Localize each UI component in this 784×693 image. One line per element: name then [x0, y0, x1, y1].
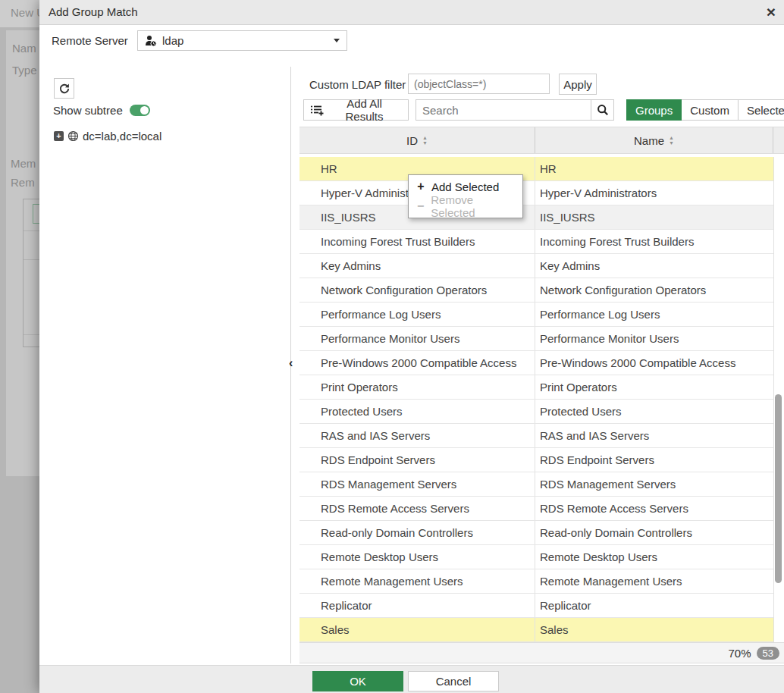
- tab-custom[interactable]: Custom: [682, 99, 739, 121]
- tab-groups[interactable]: Groups: [626, 99, 682, 121]
- cell-name: Key Admins: [535, 254, 773, 278]
- toggle-knob: [140, 106, 149, 114]
- table-row[interactable]: Performance Monitor UsersPerformance Mon…: [299, 327, 773, 351]
- table-footer: 70% 53: [299, 642, 784, 663]
- scrollbar-thumb[interactable]: [775, 394, 782, 583]
- table-row[interactable]: Remote Desktop UsersRemote Desktop Users: [299, 545, 773, 569]
- table-row[interactable]: SalesSales: [299, 618, 773, 642]
- show-subtree-label: Show subtree: [53, 104, 123, 117]
- table-row[interactable]: Print OperatorsPrint Operators: [299, 375, 773, 400]
- dialog-titlebar: Add Group Match ×: [39, 0, 784, 25]
- cell-id: Read-only Domain Controllers: [299, 521, 535, 544]
- sort-icon: ▲▼: [422, 136, 428, 145]
- table-row[interactable]: Protected UsersProtected Users: [299, 400, 773, 424]
- cell-name: Hyper-V Administrators: [535, 181, 773, 205]
- cell-name: Incoming Forest Trust Builders: [535, 230, 773, 253]
- ldap-filter-input[interactable]: [408, 74, 550, 94]
- add-group-match-dialog: Add Group Match × Remote Server ldap Sho…: [39, 0, 784, 693]
- tree-node-label: dc=lab,dc=local: [83, 130, 162, 143]
- search-group: [416, 99, 614, 121]
- show-subtree-row: Show subtree: [53, 104, 150, 117]
- refresh-button[interactable]: [54, 78, 74, 99]
- table-row[interactable]: IIS_IUSRSIIS_IUSRS: [299, 205, 773, 230]
- table-row[interactable]: RDS Management ServersRDS Management Ser…: [299, 472, 773, 497]
- cell-id: Replicator: [299, 594, 535, 617]
- globe-icon: [67, 130, 79, 142]
- table-row[interactable]: Remote Management UsersRemote Management…: [299, 569, 773, 594]
- column-header-id[interactable]: ID ▲▼: [299, 127, 535, 153]
- table-row[interactable]: HRHR: [299, 157, 773, 181]
- table-row[interactable]: Key AdminsKey Admins: [299, 254, 773, 278]
- cell-name: RAS and IAS Servers: [535, 424, 773, 447]
- table-row[interactable]: Hyper-V AdministratorsHyper-V Administra…: [299, 181, 773, 205]
- dialog-footer: OK Cancel: [39, 665, 784, 693]
- cell-id: RDS Management Servers: [299, 472, 535, 496]
- ldap-user-icon: [145, 35, 157, 47]
- collapse-panel-chevron[interactable]: ‹: [289, 356, 293, 370]
- list-plus-icon: [310, 104, 324, 116]
- chevron-down-icon: [334, 39, 340, 42]
- cell-name: Performance Monitor Users: [535, 327, 773, 350]
- remote-server-select[interactable]: ldap: [137, 30, 347, 51]
- cell-id: Sales: [299, 618, 535, 641]
- search-button[interactable]: [591, 99, 614, 121]
- cell-id: Performance Monitor Users: [299, 327, 535, 350]
- column-header-name-label: Name: [634, 134, 664, 147]
- cell-name: RDS Management Servers: [535, 472, 773, 496]
- cell-id: RDS Endpoint Servers: [299, 448, 535, 472]
- minus-icon: −: [416, 199, 425, 213]
- show-subtree-toggle[interactable]: [130, 105, 150, 116]
- add-all-results-button[interactable]: Add All Results: [303, 99, 409, 121]
- background-label-remote: Rem: [11, 176, 35, 189]
- table-row[interactable]: Incoming Forest Trust BuildersIncoming F…: [299, 230, 773, 254]
- cell-id: Pre-Windows 2000 Compatible Access: [299, 351, 535, 375]
- dialog-title: Add Group Match: [49, 0, 138, 24]
- results-tabs: Groups Custom Selected: [626, 99, 784, 121]
- tree-node-root[interactable]: + dc=lab,dc=local: [54, 130, 162, 143]
- context-menu: + Add Selected − Remove Selected: [408, 174, 523, 218]
- ok-button[interactable]: OK: [312, 671, 403, 691]
- cell-name: Sales: [535, 618, 773, 641]
- table-row[interactable]: RDS Endpoint ServersRDS Endpoint Servers: [299, 448, 773, 472]
- cell-name: RDS Remote Access Servers: [535, 497, 773, 520]
- remote-server-label: Remote Server: [52, 34, 128, 47]
- plus-icon: +: [416, 180, 425, 193]
- tab-selected[interactable]: Selected: [739, 99, 784, 121]
- cell-id: Network Configuration Operators: [299, 278, 535, 302]
- column-header-gutter: [773, 127, 784, 153]
- background-label-name: Nam: [12, 42, 36, 55]
- column-header-name[interactable]: Name ▲▼: [535, 127, 773, 153]
- table-row[interactable]: Performance Log UsersPerformance Log Use…: [299, 303, 773, 327]
- cell-name: Remote Desktop Users: [535, 545, 773, 569]
- cell-id: Print Operators: [299, 375, 535, 399]
- column-header-id-label: ID: [406, 134, 418, 147]
- table-row[interactable]: Pre-Windows 2000 Compatible AccessPre-Wi…: [299, 351, 773, 375]
- cell-name: Read-only Domain Controllers: [535, 521, 773, 544]
- cell-id: RDS Remote Access Servers: [299, 497, 535, 520]
- expand-icon[interactable]: +: [54, 131, 64, 141]
- cell-id: RAS and IAS Servers: [299, 424, 535, 447]
- cell-id: Remote Desktop Users: [299, 545, 535, 569]
- search-icon: [597, 104, 609, 116]
- cell-name: Protected Users: [535, 400, 773, 423]
- sort-icon: ▲▼: [669, 136, 674, 145]
- table-body: HRHRHyper-V AdministratorsHyper-V Admini…: [299, 157, 774, 642]
- cell-name: Replicator: [535, 594, 773, 617]
- table-row[interactable]: Network Configuration OperatorsNetwork C…: [299, 278, 773, 303]
- search-input[interactable]: [416, 99, 591, 121]
- cell-name: Network Configuration Operators: [535, 278, 773, 302]
- cell-name: Print Operators: [535, 375, 773, 399]
- context-menu-item-remove-selected: − Remove Selected: [409, 196, 522, 216]
- progress-percent: 70%: [729, 647, 751, 660]
- table-row[interactable]: Read-only Domain ControllersRead-only Do…: [299, 521, 773, 545]
- background-label-type: Type: [12, 64, 37, 77]
- close-icon[interactable]: ×: [767, 0, 776, 24]
- cell-id: Remote Management Users: [299, 569, 535, 593]
- table-row[interactable]: RAS and IAS ServersRAS and IAS Servers: [299, 424, 773, 448]
- table-row[interactable]: ReplicatorReplicator: [299, 594, 773, 618]
- cell-name: Remote Management Users: [535, 569, 773, 593]
- table-row[interactable]: RDS Remote Access ServersRDS Remote Acce…: [299, 497, 773, 521]
- apply-button[interactable]: Apply: [559, 74, 597, 95]
- cell-id: Protected Users: [299, 400, 535, 423]
- cancel-button[interactable]: Cancel: [408, 671, 499, 691]
